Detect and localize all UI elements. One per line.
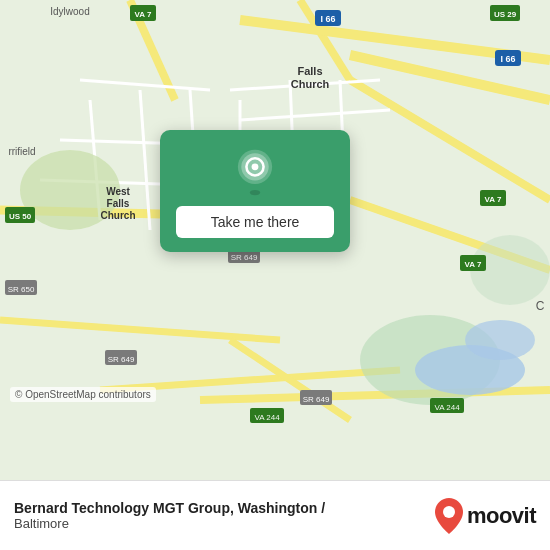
svg-text:rrifield: rrifield <box>8 146 35 157</box>
bottom-bar: Bernard Technology MGT Group, Washington… <box>0 480 550 550</box>
svg-text:Falls: Falls <box>297 65 322 77</box>
svg-text:VA 244: VA 244 <box>434 403 460 412</box>
svg-point-67 <box>443 506 455 518</box>
svg-text:Idylwood: Idylwood <box>50 6 89 17</box>
svg-text:I 66: I 66 <box>320 14 335 24</box>
moovit-text: moovit <box>467 503 536 529</box>
svg-text:VA 7: VA 7 <box>485 195 502 204</box>
svg-text:US 29: US 29 <box>494 10 517 19</box>
location-info: Bernard Technology MGT Group, Washington… <box>14 500 425 531</box>
svg-text:US 50: US 50 <box>9 212 32 221</box>
svg-text:Church: Church <box>291 78 330 90</box>
location-pin-icon <box>231 148 279 196</box>
svg-text:West: West <box>106 186 130 197</box>
location-region: Baltimore <box>14 516 425 531</box>
location-name: Bernard Technology MGT Group, Washington… <box>14 500 425 516</box>
map-attribution: © OpenStreetMap contributors <box>10 387 156 402</box>
svg-text:I 66: I 66 <box>500 54 515 64</box>
svg-point-65 <box>252 163 259 170</box>
svg-text:SR 649: SR 649 <box>231 253 258 262</box>
moovit-pin-icon <box>435 498 463 534</box>
popup-card: Take me there <box>160 130 350 252</box>
svg-point-27 <box>465 320 535 360</box>
svg-text:SR 650: SR 650 <box>8 285 35 294</box>
svg-text:SR 649: SR 649 <box>108 355 135 364</box>
svg-text:Church: Church <box>101 210 136 221</box>
svg-text:SR 649: SR 649 <box>303 395 330 404</box>
svg-text:VA 7: VA 7 <box>465 260 482 269</box>
svg-text:C: C <box>536 299 545 313</box>
moovit-logo: moovit <box>435 498 536 534</box>
svg-text:Falls: Falls <box>107 198 130 209</box>
svg-text:VA 7: VA 7 <box>135 10 152 19</box>
svg-point-66 <box>250 190 260 195</box>
map-container: I 66 I 66 US 29 US 50 VA 7 VA 7 VA 7 SR … <box>0 0 550 480</box>
take-me-there-button[interactable]: Take me there <box>176 206 334 238</box>
svg-text:VA 244: VA 244 <box>254 413 280 422</box>
